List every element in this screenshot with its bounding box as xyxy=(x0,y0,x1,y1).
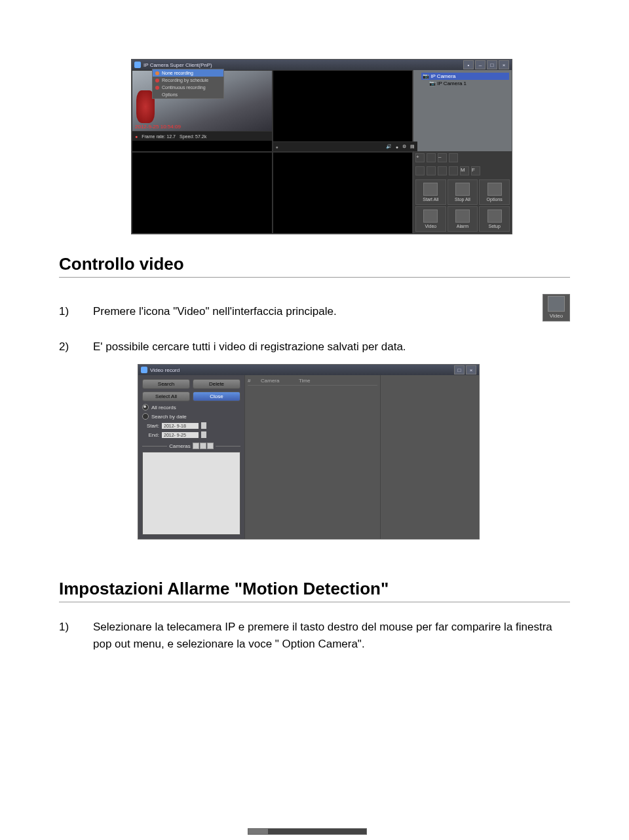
alarm-icon xyxy=(455,210,470,223)
video-icon xyxy=(423,210,438,223)
start-date-input[interactable]: 2012- 9-18 xyxy=(162,423,199,429)
alarm-button[interactable]: Alarm xyxy=(448,206,478,232)
layout-9-icon[interactable] xyxy=(438,166,447,175)
stop-icon xyxy=(455,183,470,196)
menu-none-recording[interactable]: None recording xyxy=(153,69,223,77)
menu-recording-schedule[interactable]: Recording by schedule xyxy=(153,77,223,84)
calendar-icon[interactable] xyxy=(201,431,206,438)
gear-icon[interactable] xyxy=(449,153,458,162)
layout-toolbar: M F xyxy=(413,164,512,177)
video-icon-glyph xyxy=(548,296,565,312)
col-num: # xyxy=(248,378,256,384)
cam-refresh-icon[interactable] xyxy=(207,443,214,449)
section-controllo-video: Controllo video xyxy=(59,254,570,278)
camera-tree[interactable]: 📷 IP Camera 📷 IP Camera 1 xyxy=(413,70,512,151)
setup-button[interactable]: Setup xyxy=(479,206,510,232)
layout-16-icon[interactable] xyxy=(449,166,458,175)
list-icon[interactable]: ▤ xyxy=(410,144,415,149)
tree-item[interactable]: 📷 IP Camera 1 xyxy=(428,80,509,87)
window-title: Video record xyxy=(150,367,180,373)
camera-cell-3[interactable] xyxy=(132,152,273,234)
menu-options[interactable]: Options xyxy=(153,91,223,98)
minimize-icon[interactable]: – xyxy=(475,60,486,69)
camera-cell-2[interactable]: ● 🔊 ● ⚙ ▤ xyxy=(273,70,413,152)
record-icon: ● xyxy=(135,134,138,139)
cam-x-icon[interactable] xyxy=(200,443,206,449)
camera-cell-4[interactable] xyxy=(273,152,413,234)
menu-label: None recording xyxy=(162,71,193,75)
layout-1-icon[interactable] xyxy=(415,166,425,175)
plus-icon[interactable]: + xyxy=(415,153,425,162)
start-date-row: Start: 2012- 9-18 xyxy=(142,422,240,429)
speaker-icon[interactable]: 🔊 xyxy=(386,144,392,149)
search-button[interactable]: Search xyxy=(142,379,190,389)
tree-toolbar: + – xyxy=(413,151,512,164)
preview-panel xyxy=(381,375,479,539)
start-icon xyxy=(423,183,438,196)
options-icon xyxy=(487,183,502,196)
layout-f-icon[interactable]: F xyxy=(471,166,480,175)
control-icon[interactable]: • xyxy=(463,60,474,69)
close-button[interactable]: Close xyxy=(193,392,240,401)
bullet-icon xyxy=(155,71,159,75)
bell-icon[interactable]: ● xyxy=(396,145,398,149)
gear-icon[interactable]: ⚙ xyxy=(402,144,406,149)
search-panel: Search Delete Select All Close All recor… xyxy=(138,375,244,539)
stop-all-button[interactable]: Stop All xyxy=(448,179,478,205)
menu-label: Options xyxy=(162,92,178,97)
radio-icon xyxy=(142,404,149,411)
cameras-divider: Cameras xyxy=(142,443,240,449)
camera-grid: 2012-9-25 10:54:09 ● Frame rate: 12.7 Sp… xyxy=(132,70,413,234)
feed-timestamp: 2012-9-25 10:54:09 xyxy=(135,124,181,130)
titlebar: Video record □ × xyxy=(138,365,479,375)
tree-root[interactable]: 📷 IP Camera xyxy=(421,73,509,80)
maximize-icon[interactable]: □ xyxy=(487,60,497,69)
menu-label: Continuous recording xyxy=(162,85,206,90)
calendar-icon[interactable] xyxy=(201,422,206,429)
cam-check-icon[interactable] xyxy=(193,443,199,449)
setup-icon xyxy=(487,210,502,223)
maximize-icon[interactable]: □ xyxy=(454,365,465,374)
radio-icon xyxy=(142,413,149,420)
video-record-app: Video record □ × Search Delete Select Al… xyxy=(138,364,480,539)
ip-camera-app: IP Camera Super Client(PnP) • – □ × 2012… xyxy=(131,59,512,234)
edit-icon[interactable] xyxy=(427,153,436,162)
select-all-button[interactable]: Select All xyxy=(142,392,190,401)
bullet-icon xyxy=(155,79,159,82)
window-buttons: □ × xyxy=(454,365,476,374)
close-icon[interactable]: × xyxy=(466,365,476,374)
video-icon-inline: Video xyxy=(543,294,570,321)
bullet-icon xyxy=(155,86,159,90)
window-buttons: • – □ × xyxy=(463,60,509,69)
section-motion-detection: Impostazioni Allarme "Motion Detection" xyxy=(59,579,570,602)
action-grid: Start All Stop All Options Video Alarm S… xyxy=(413,177,512,234)
options-button[interactable]: Options xyxy=(479,179,510,205)
start-all-button[interactable]: Start All xyxy=(415,179,446,205)
frame-rate-label: Frame rate: 12.7 xyxy=(142,134,176,139)
end-date-input[interactable]: 2012- 9-25 xyxy=(162,432,199,438)
radio-all-records[interactable]: All records xyxy=(142,404,240,411)
video-button[interactable]: Video xyxy=(415,206,446,232)
col-time: Time xyxy=(299,378,332,384)
menu-continuous-recording[interactable]: Continuous recording xyxy=(153,84,223,91)
layout-m-icon[interactable]: M xyxy=(460,166,469,175)
feed-statusbar-2: ● 🔊 ● ⚙ ▤ xyxy=(273,141,418,151)
minus-icon[interactable]: – xyxy=(438,153,447,162)
results-table: # Camera Time xyxy=(244,375,381,539)
close-icon[interactable]: × xyxy=(499,60,509,69)
cameras-list[interactable] xyxy=(142,452,240,535)
sidebar: 📷 IP Camera 📷 IP Camera 1 + – M F xyxy=(413,70,512,234)
context-menu: None recording Recording by schedule Con… xyxy=(152,69,224,99)
end-date-row: End: 2012- 9-25 xyxy=(142,431,240,438)
speed-label: Speed: 57.2k xyxy=(180,134,206,139)
record-icon: ● xyxy=(276,145,278,149)
radio-search-by-date[interactable]: Search by date xyxy=(142,413,240,420)
delete-button[interactable]: Delete xyxy=(193,379,240,389)
window-title: IP Camera Super Client(PnP) xyxy=(143,62,212,68)
step-1-motion: 1)Selezionare la telecamera IP e premere… xyxy=(76,619,570,652)
menu-label: Recording by schedule xyxy=(162,78,208,82)
feed-statusbar: ● Frame rate: 12.7 Speed: 57.2k xyxy=(132,131,272,141)
app-icon xyxy=(134,62,141,68)
layout-4-icon[interactable] xyxy=(427,166,436,175)
app-icon xyxy=(141,367,147,373)
